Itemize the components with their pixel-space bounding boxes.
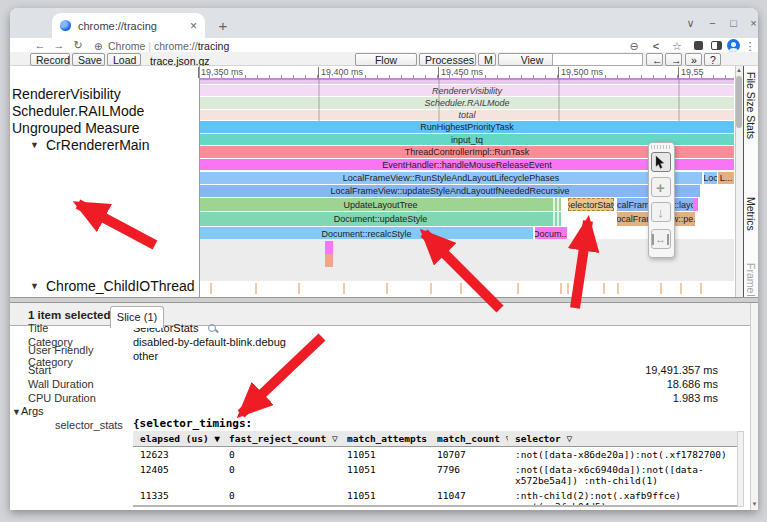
tab-close-icon[interactable]: × — [190, 19, 197, 33]
side-tab-strip: File Size Stats Metrics Frame Data In — [744, 66, 758, 297]
tab-file-size-stats[interactable]: File Size Stats — [745, 72, 757, 139]
col-header-fast-reject[interactable]: fast_reject_count ▽ — [222, 431, 340, 447]
micro-slice[interactable] — [298, 283, 300, 294]
select-tool-button[interactable] — [651, 152, 671, 172]
field-value: disabled-by-default-blink.debug — [133, 336, 286, 348]
slice-selectorstats-selected[interactable]: SelectorStats — [568, 198, 614, 211]
record-button[interactable]: Record — [30, 53, 70, 66]
slice-l-truncated[interactable]: L... — [718, 172, 734, 184]
find-input[interactable] — [552, 53, 643, 66]
slice-runhighestprioritytask[interactable]: RunHighestPriorityTask — [200, 121, 734, 133]
nav-more-button[interactable]: » — [685, 53, 702, 66]
details-scrollbar[interactable]: ▼ — [750, 303, 758, 510]
slice-small-salmon[interactable] — [325, 254, 333, 267]
help-button[interactable]: ? — [704, 53, 721, 66]
micro-slice[interactable] — [430, 283, 432, 294]
args-toggle[interactable]: ▼Args — [12, 405, 44, 417]
col-header-match-attempts[interactable]: match_attempts ▽ — [340, 431, 430, 447]
thread-label-crrenderermain[interactable]: CrRendererMain — [46, 137, 149, 153]
tab-search-icon[interactable]: ∨ — [681, 14, 700, 33]
slice-updatelayouttree[interactable]: UpdateLayoutTree — [200, 198, 561, 211]
field-value: 1.983 ms — [673, 392, 718, 404]
sidebar-icon[interactable] — [711, 41, 722, 50]
timeline-scrollbar-thumb[interactable] — [736, 76, 742, 128]
palette-drag-handle[interactable] — [651, 145, 670, 149]
processes-button[interactable]: Processes — [419, 53, 476, 66]
load-button[interactable]: Load — [107, 53, 141, 66]
micro-slice[interactable] — [210, 283, 212, 294]
col-header-selector[interactable]: selector ▽ — [508, 431, 737, 447]
slice-group-header[interactable] — [200, 78, 734, 84]
timing-tool-button[interactable]: ↔ — [651, 229, 671, 249]
share-icon[interactable]: < — [648, 40, 664, 52]
forward-icon[interactable]: → — [52, 39, 66, 51]
window-minimize-button[interactable]: − — [703, 14, 722, 33]
track-label-renderer-visibility[interactable]: RendererVisibility — [12, 86, 121, 102]
args-triangle-icon: ▼ — [12, 407, 21, 417]
col-header-match-count[interactable]: match_count ▽ — [430, 431, 508, 447]
slice-tab[interactable]: Slice (1) — [110, 306, 164, 328]
browser-tab[interactable]: chrome://tracing × — [52, 13, 205, 38]
url-prefix: chrome:// — [154, 40, 198, 52]
micro-slice[interactable] — [386, 283, 388, 294]
slice-scheduler-railmode[interactable]: Scheduler.RAILMode — [200, 97, 734, 109]
zoom-tool-button[interactable]: ↓ — [651, 202, 671, 222]
field-start: Start 19,491.357 ms — [28, 363, 718, 377]
cell-elapsed: 11335 — [133, 488, 222, 507]
back-icon[interactable]: ← — [33, 39, 47, 51]
tab-frame-data[interactable]: Frame Data — [745, 263, 757, 297]
arg-value-prefix: {selector_timings: — [133, 417, 252, 430]
nav-forward-button[interactable]: → — [665, 53, 682, 66]
reload-icon[interactable]: ↻ — [71, 39, 85, 52]
profile-avatar[interactable] — [727, 39, 740, 52]
url-field[interactable]: Chrome | chrome://tracing — [108, 40, 229, 52]
slice-renderer-visibility[interactable]: RendererVisibility — [200, 85, 734, 96]
micro-slice[interactable] — [255, 283, 257, 294]
cell-match-attempts: 11051 — [340, 488, 430, 507]
field-value: 18.686 ms — [667, 378, 718, 390]
url-separator: | — [148, 40, 151, 52]
field-wall-duration: Wall Duration 18.686 ms — [28, 377, 718, 391]
slice-sliver[interactable] — [693, 198, 698, 211]
m-button[interactable]: M — [478, 53, 496, 66]
window-close-button[interactable]: × — [744, 14, 763, 33]
slice-loc[interactable]: Loc — [704, 172, 717, 184]
pan-tool-button[interactable]: + — [651, 177, 671, 197]
collapse-triangle-icon[interactable]: ▼ — [30, 281, 39, 291]
cell-match-attempts: 11051 — [340, 447, 430, 463]
thread-label-chrome-childiothread[interactable]: Chrome_ChildIOThread — [46, 278, 195, 294]
slice-updatestyleandlayout[interactable]: LocalFrameView::updateStyleAndLayoutIfNe… — [200, 185, 700, 197]
micro-slice[interactable] — [567, 283, 569, 294]
new-tab-button[interactable]: + — [213, 16, 233, 36]
micro-slice[interactable] — [343, 283, 345, 294]
slice-small-magenta[interactable] — [325, 241, 333, 254]
flow-events-button[interactable]: Flow events — [355, 53, 417, 66]
collapse-triangle-icon[interactable]: ▼ — [30, 140, 39, 150]
micro-slice[interactable] — [603, 283, 605, 294]
save-button[interactable]: Save — [72, 53, 105, 66]
args-table-scrollbar[interactable] — [737, 431, 744, 507]
window-maximize-button[interactable]: □ — [724, 14, 743, 33]
micro-slice[interactable] — [560, 283, 562, 294]
slice-total[interactable]: total — [200, 110, 734, 120]
scroll-up-icon[interactable]: ▲ — [735, 67, 743, 73]
cell-match-count: 11047 — [430, 488, 508, 507]
slice-runstyleandlayout[interactable]: LocalFrameView::RunStyleAndLayoutLifecyc… — [200, 172, 702, 184]
cell-fast-reject: 0 — [222, 488, 340, 507]
micro-slice[interactable] — [460, 283, 462, 294]
track-label-ungrouped-measure[interactable]: Ungrouped Measure — [12, 120, 140, 136]
micro-slice[interactable] — [700, 283, 702, 294]
col-header-elapsed[interactable]: elapsed (us) ▼ — [133, 431, 222, 447]
micro-slice[interactable] — [517, 283, 519, 294]
micro-slice[interactable] — [680, 283, 682, 294]
childiothread-track — [200, 281, 734, 297]
tab-metrics[interactable]: Metrics — [745, 197, 757, 231]
track-label-scheduler-railmode[interactable]: Scheduler.RAILMode — [12, 103, 144, 119]
slice-document-updatestyle[interactable]: Document::updateStyle — [200, 212, 561, 226]
search-icon[interactable] — [208, 324, 217, 333]
micro-slice[interactable] — [660, 283, 662, 294]
cell-match-count: 10707 — [430, 447, 508, 463]
nav-back-button[interactable]: ← — [646, 53, 663, 66]
micro-slice[interactable] — [617, 283, 619, 294]
extensions-puzzle-icon[interactable] — [694, 41, 703, 50]
